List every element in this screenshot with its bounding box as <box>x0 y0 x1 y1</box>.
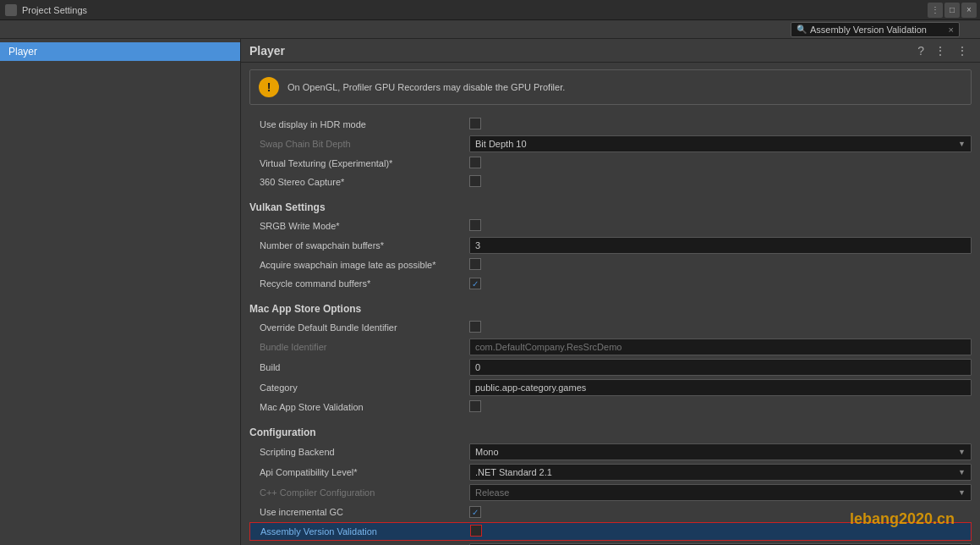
dropdown-api-compat-value: .NET Standard 2.1 <box>475 467 552 477</box>
sidebar-item-player[interactable]: Player <box>0 42 240 61</box>
checkbox-mas-validation[interactable] <box>469 400 481 412</box>
label-category: Category <box>249 383 469 393</box>
macappstore-section: Mac App Store Options Override Default B… <box>241 293 980 416</box>
value-srgb <box>469 219 972 233</box>
warning-text: On OpenGL, Profiler GPU Recorders may di… <box>287 82 565 92</box>
content-header-actions: ? ⋮ ⋮ <box>914 42 972 59</box>
checkbox-360stereo[interactable] <box>469 175 481 187</box>
value-mas-validation <box>469 400 972 414</box>
chevron-down-icon: ▼ <box>958 468 966 476</box>
checkbox-srgb[interactable] <box>469 219 481 231</box>
dropdown-api-compat[interactable]: .NET Standard 2.1 ▼ <box>469 464 972 481</box>
search-input-value: Assembly Version Validation <box>810 25 927 35</box>
vulkan-section: Vulkan Settings SRGB Write Mode* Number … <box>241 191 980 293</box>
checkbox-virtual-tex[interactable] <box>469 157 481 168</box>
dropdown-scripting-backend-value: Mono <box>475 447 499 457</box>
display-section: Use display in HDR mode Swap Chain Bit D… <box>241 112 980 191</box>
setting-row-assembly-version: Assembly Version Validation <box>249 522 972 541</box>
chevron-down-icon: ▼ <box>958 140 966 148</box>
value-build: 0 <box>469 359 972 376</box>
menu-button[interactable]: ⋮ <box>928 3 943 18</box>
dropdown-swapchain-depth-value: Bit Depth 10 <box>475 139 527 149</box>
value-assembly-version <box>470 525 971 538</box>
value-cpp-compiler: Release ▼ <box>469 484 972 501</box>
search-icon: 🔍 <box>797 25 807 34</box>
setting-row-acquire-swapchain: Acquire swapchain image late as possible… <box>249 256 972 274</box>
label-swapchain-depth: Swap Chain Bit Depth <box>249 139 469 149</box>
setting-row-category: Category public.app-category.games <box>249 377 972 398</box>
content-header: Player ? ⋮ ⋮ <box>241 39 980 63</box>
label-assembly-version: Assembly Version Validation <box>250 526 470 537</box>
window-title: Project Settings <box>22 5 87 15</box>
value-360stereo <box>469 175 972 189</box>
search-close-icon[interactable]: × <box>949 25 954 35</box>
setting-row-recycle-cmd: Recycle command buffers* <box>249 274 972 293</box>
content-area: Player ? ⋮ ⋮ ! On OpenGL, Profiler GPU R… <box>241 39 980 545</box>
app-icon <box>5 4 17 16</box>
title-bar-controls: ⋮ □ × <box>928 3 980 18</box>
label-api-compat: Api Compatibility Level* <box>249 467 469 477</box>
close-button[interactable]: × <box>961 3 977 18</box>
checkbox-incremental-gc[interactable] <box>469 506 481 518</box>
setting-row-srgb: SRGB Write Mode* <box>249 217 972 235</box>
setting-row-input-handling: Active Input Handling* Input Manager (Ol… <box>249 542 972 545</box>
content-scroll[interactable]: ! On OpenGL, Profiler GPU Recorders may … <box>241 63 980 545</box>
setting-row-hdr: Use display in HDR mode <box>249 115 972 134</box>
label-mas-validation: Mac App Store Validation <box>249 402 469 412</box>
help-button[interactable]: ? <box>914 42 928 59</box>
value-bundle-id: com.DefaultCompany.ResSrcDemo <box>469 339 972 355</box>
checkbox-recycle-cmd[interactable] <box>469 278 481 289</box>
setting-row-swapchain-buffers: Number of swapchain buffers* 3 <box>249 235 972 256</box>
checkbox-assembly-version[interactable] <box>470 525 482 537</box>
setting-row-api-compat: Api Compatibility Level* .NET Standard 2… <box>249 462 972 482</box>
value-recycle-cmd <box>469 278 972 289</box>
label-recycle-cmd: Recycle command buffers* <box>249 278 469 289</box>
label-360stereo: 360 Stereo Capture* <box>249 177 469 187</box>
warning-banner: ! On OpenGL, Profiler GPU Recorders may … <box>249 69 972 105</box>
layout-button[interactable]: ⋮ <box>931 42 950 59</box>
configuration-section: Configuration Scripting Backend Mono ▼ A… <box>241 416 980 545</box>
label-incremental-gc: Use incremental GC <box>249 507 469 517</box>
value-incremental-gc <box>469 506 972 518</box>
more-button[interactable]: ⋮ <box>953 42 972 59</box>
dropdown-cpp-compiler[interactable]: Release ▼ <box>469 484 972 501</box>
input-bundle-id[interactable]: com.DefaultCompany.ResSrcDemo <box>469 339 972 355</box>
dropdown-scripting-backend[interactable]: Mono ▼ <box>469 443 972 460</box>
label-srgb: SRGB Write Mode* <box>249 221 469 231</box>
chevron-down-icon: ▼ <box>958 448 966 456</box>
sidebar: Player <box>0 39 241 545</box>
main-layout: Player Player ? ⋮ ⋮ ! On OpenGL, Profile… <box>0 39 980 545</box>
search-bar: 🔍 Assembly Version Validation × <box>0 20 980 39</box>
setting-row-360stereo: 360 Stereo Capture* <box>249 173 972 191</box>
label-cpp-compiler: C++ Compiler Configuration <box>249 487 469 498</box>
label-virtual-tex: Virtual Texturing (Experimental)* <box>249 158 469 168</box>
value-acquire-swapchain <box>469 258 972 272</box>
setting-row-scripting-backend: Scripting Backend Mono ▼ <box>249 442 972 462</box>
value-virtual-tex <box>469 157 972 170</box>
title-bar: Project Settings ⋮ □ × <box>0 0 980 20</box>
setting-row-mas-validation: Mac App Store Validation <box>249 398 972 416</box>
search-box[interactable]: 🔍 Assembly Version Validation × <box>791 22 960 37</box>
checkbox-acquire-swapchain[interactable] <box>469 258 481 270</box>
input-build[interactable]: 0 <box>469 359 972 376</box>
restore-button[interactable]: □ <box>944 3 960 18</box>
configuration-section-header: Configuration <box>249 420 972 442</box>
setting-row-swapchain-depth: Swap Chain Bit Depth Bit Depth 10 ▼ <box>249 134 972 154</box>
label-scripting-backend: Scripting Backend <box>249 447 469 457</box>
label-bundle-id: Bundle Identifier <box>249 342 469 352</box>
value-api-compat: .NET Standard 2.1 ▼ <box>469 464 972 481</box>
setting-row-cpp-compiler: C++ Compiler Configuration Release ▼ <box>249 482 972 503</box>
input-category[interactable]: public.app-category.games <box>469 379 972 396</box>
input-swapchain-buffers[interactable]: 3 <box>469 237 972 254</box>
value-swapchain-depth: Bit Depth 10 ▼ <box>469 135 972 152</box>
checkbox-override-bundle[interactable] <box>469 321 481 333</box>
setting-row-bundle-id: Bundle Identifier com.DefaultCompany.Res… <box>249 337 972 357</box>
value-hdr <box>469 118 972 131</box>
setting-row-build: Build 0 <box>249 357 972 377</box>
checkbox-hdr[interactable] <box>469 118 481 129</box>
dropdown-swapchain-depth[interactable]: Bit Depth 10 ▼ <box>469 135 972 152</box>
setting-row-incremental-gc: Use incremental GC <box>249 503 972 521</box>
title-bar-left: Project Settings <box>0 4 87 16</box>
content-title: Player <box>249 44 285 58</box>
setting-row-override-bundle: Override Default Bundle Identifier <box>249 318 972 337</box>
